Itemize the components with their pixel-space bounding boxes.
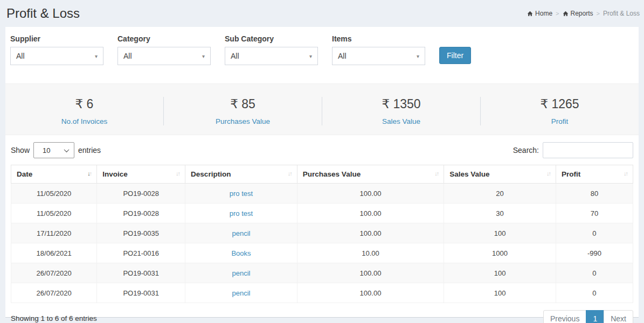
table-row: 26/07/2020PO19-0031pencil100.001000 [11, 283, 633, 303]
home-icon [563, 11, 569, 17]
column-header-description[interactable]: Description ↓↑ [185, 165, 297, 184]
cell-sales-value: 1000 [444, 243, 556, 263]
breadcrumb-reports-label: Reports [571, 10, 593, 17]
search-label: Search: [513, 146, 539, 155]
cell-invoice: PO19-0031 [97, 283, 185, 303]
entries-label: entries [78, 146, 101, 155]
search-input[interactable] [543, 142, 633, 158]
items-label: Items [332, 34, 425, 43]
description-link[interactable]: pro test [230, 209, 253, 217]
supplier-label: Supplier [10, 34, 103, 43]
stat-sales-value: ₹ 1350 [322, 97, 480, 111]
column-header-date[interactable]: Date ↓↑ [11, 165, 97, 184]
cell-invoice: PO19-0035 [97, 223, 185, 243]
description-link[interactable]: pro test [230, 189, 253, 198]
filters-bar: Supplier All ▾ Category All ▾ Sub Catego… [5, 27, 639, 81]
sort-icon: ↓↑ [546, 170, 550, 177]
cell-purchases-value: 100.00 [297, 263, 444, 283]
table-row: 17/11/2020PO19-0035pencil100.001000 [11, 223, 633, 243]
description-link[interactable]: pencil [232, 289, 250, 297]
cell-sales-value: 20 [444, 184, 556, 203]
home-icon [527, 11, 533, 17]
cell-profit: 70 [556, 203, 633, 223]
table-row: 18/06/2021PO21-0016Books10.001000-990 [11, 243, 633, 263]
cell-purchases-value: 100.00 [297, 184, 444, 203]
caret-down-icon: ▾ [95, 53, 98, 59]
entries-length-control: Show 10 entries [11, 142, 101, 158]
items-select[interactable]: All ▾ [332, 47, 425, 65]
sort-icon: ↓↑ [176, 170, 179, 177]
entries-per-page-select[interactable]: 10 [33, 142, 74, 158]
breadcrumb-home-label: Home [535, 10, 552, 17]
description-link[interactable]: pencil [232, 269, 250, 277]
filter-field-category: Category All ▾ [117, 33, 211, 65]
search-control: Search: [513, 142, 633, 158]
content-header: Profit & Loss Home > Reports > Profit & … [0, 0, 644, 27]
breadcrumb-separator: > [597, 10, 600, 17]
filter-field-supplier: Supplier All ▾ [10, 33, 103, 65]
cell-description: pencil [185, 263, 297, 283]
column-header-invoice[interactable]: Invoice ↓↑ [97, 165, 185, 184]
show-label: Show [11, 146, 30, 155]
breadcrumb-home[interactable]: Home [527, 10, 552, 17]
table-header-row: Date ↓↑ Invoice ↓↑ Description ↓↑ Purcha… [11, 165, 633, 184]
cell-description: pencil [185, 223, 297, 243]
subcategory-select[interactable]: All ▾ [225, 47, 318, 65]
subcategory-select-value: All [231, 52, 239, 60]
stat-profit-label: Profit [481, 117, 639, 125]
cell-profit: -990 [556, 243, 633, 263]
supplier-select[interactable]: All ▾ [10, 47, 103, 65]
next-page-button[interactable]: Next [604, 310, 633, 323]
cell-description: pro test [185, 203, 297, 223]
description-link[interactable]: pencil [232, 229, 250, 237]
caret-down-icon: ▾ [417, 53, 419, 59]
caret-down-icon: ▾ [309, 53, 312, 59]
stat-profit: ₹ 1265 Profit [481, 97, 639, 125]
filter-button[interactable]: Filter [439, 47, 471, 64]
column-header-sales-value[interactable]: Sales Value ↓↑ [444, 165, 556, 184]
stat-purchases-label: Purchases Value [164, 117, 322, 125]
cell-purchases-value: 100.00 [297, 283, 444, 303]
cell-purchases-value: 100.00 [297, 203, 444, 223]
table-row: 11/05/2020PO19-0028pro test100.002080 [11, 184, 633, 203]
filter-field-subcategory: Sub Category All ▾ [225, 33, 318, 65]
cell-sales-value: 100 [444, 283, 556, 303]
column-header-purchases-value[interactable]: Purchases Value ↓↑ [297, 165, 444, 184]
cell-purchases-value: 10.00 [297, 243, 444, 263]
chevron-down-icon [64, 147, 70, 152]
subcategory-label: Sub Category [225, 34, 318, 43]
cell-description: Books [185, 243, 297, 263]
stat-sales-label: Sales Value [322, 117, 480, 125]
stat-profit-value: ₹ 1265 [481, 97, 639, 111]
cell-invoice: PO19-0031 [97, 263, 185, 283]
column-header-profit[interactable]: Profit ↓↑ [556, 165, 633, 184]
cell-date: 17/11/2020 [11, 223, 97, 243]
supplier-select-value: All [16, 52, 25, 60]
previous-page-button[interactable]: Previous [543, 310, 586, 323]
category-select[interactable]: All ▾ [117, 47, 211, 65]
table-controls: Show 10 entries Search: [5, 135, 639, 165]
breadcrumb-separator: > [556, 10, 559, 17]
breadcrumb: Home > Reports > Profit & Loss [527, 10, 640, 17]
caret-down-icon: ▾ [202, 53, 205, 59]
cell-date: 26/07/2020 [11, 263, 97, 283]
entries-summary: Showing 1 to 6 of 6 entries [11, 314, 97, 322]
breadcrumb-reports[interactable]: Reports [563, 10, 593, 17]
table-row: 11/05/2020PO19-0028pro test100.003070 [11, 203, 633, 223]
sort-icon: ↓↑ [87, 170, 91, 177]
page-1-button[interactable]: 1 [586, 310, 604, 323]
report-panel: Supplier All ▾ Category All ▾ Sub Catego… [5, 27, 639, 318]
page-title: Profit & Loss [6, 6, 80, 21]
cell-invoice: PO21-0016 [97, 243, 185, 263]
stat-invoices: ₹ 6 No.of Invoices [5, 97, 164, 125]
cell-description: pro test [185, 184, 297, 203]
cell-profit: 80 [556, 184, 633, 203]
cell-date: 18/06/2021 [11, 243, 97, 263]
cell-profit: 0 [556, 223, 633, 243]
stat-invoices-value: ₹ 6 [5, 97, 163, 111]
description-link[interactable]: Books [231, 249, 251, 257]
category-label: Category [117, 34, 211, 43]
cell-profit: 0 [556, 283, 633, 303]
cell-invoice: PO19-0028 [97, 184, 185, 203]
cell-profit: 0 [556, 263, 633, 283]
